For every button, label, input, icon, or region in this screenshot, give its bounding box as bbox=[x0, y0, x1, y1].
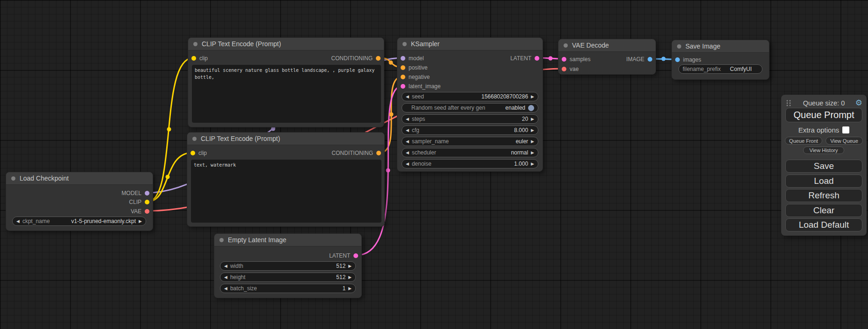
node-save-image[interactable]: Save Image images filename_prefix ComfyU… bbox=[671, 40, 769, 80]
node-ksampler[interactable]: KSampler model positive negative latent_… bbox=[397, 37, 543, 172]
port-dot-image[interactable] bbox=[675, 57, 680, 62]
input-port-negative[interactable]: negative bbox=[397, 73, 430, 81]
node-title-bar[interactable]: KSampler bbox=[397, 38, 543, 50]
port-dot-vae[interactable] bbox=[145, 209, 149, 214]
increment-arrow-icon[interactable]: ▶ bbox=[531, 115, 534, 123]
node-empty-latent-image[interactable]: Empty Latent Image LATENT ◀ width 512 ▶ … bbox=[214, 233, 362, 298]
node-title-bar[interactable]: Empty Latent Image bbox=[214, 234, 361, 246]
collapse-dot-icon[interactable] bbox=[11, 176, 15, 181]
output-port-model[interactable]: MODEL bbox=[121, 189, 153, 197]
increment-arrow-icon[interactable]: ▶ bbox=[531, 137, 534, 146]
input-port-model[interactable]: model bbox=[397, 55, 424, 62]
view-history-button[interactable]: View History bbox=[803, 147, 844, 154]
node-graph-canvas[interactable]: Load Checkpoint MODEL CLIP VAE ◀ ckpt_na… bbox=[0, 0, 868, 329]
view-queue-button[interactable]: View Queue bbox=[826, 137, 863, 145]
output-port-conditioning[interactable]: CONDITIONING bbox=[332, 149, 384, 157]
port-dot-conditioning[interactable] bbox=[401, 75, 405, 79]
widget-scheduler[interactable]: ◀ scheduler normal ▶ bbox=[402, 148, 538, 157]
collapse-dot-icon[interactable] bbox=[564, 43, 568, 48]
widget-filename-prefix[interactable]: filename_prefix ComfyUI bbox=[678, 64, 762, 74]
collapse-dot-icon[interactable] bbox=[219, 238, 224, 242]
increment-arrow-icon[interactable]: ▶ bbox=[348, 284, 352, 293]
port-dot-latent[interactable] bbox=[401, 84, 405, 89]
widget-cfg[interactable]: ◀ cfg 8.000 ▶ bbox=[402, 126, 538, 135]
increment-arrow-icon[interactable]: ▶ bbox=[139, 217, 142, 225]
collapse-dot-icon[interactable] bbox=[677, 44, 681, 49]
queue-prompt-button[interactable]: Queue Prompt bbox=[785, 108, 862, 122]
output-port-conditioning[interactable]: CONDITIONING bbox=[331, 55, 384, 62]
port-dot-vae[interactable] bbox=[562, 67, 566, 71]
widget-sampler-name[interactable]: ◀ sampler_name euler ▶ bbox=[402, 137, 538, 146]
port-dot-latent[interactable] bbox=[562, 57, 566, 62]
input-port-clip[interactable]: clip bbox=[187, 149, 207, 157]
widget-batch-size[interactable]: ◀ batch_size 1 ▶ bbox=[220, 284, 356, 293]
node-title-bar[interactable]: CLIP Text Encode (Prompt) bbox=[188, 38, 384, 50]
node-title-bar[interactable]: CLIP Text Encode (Prompt) bbox=[187, 133, 384, 145]
input-port-positive[interactable]: positive bbox=[397, 64, 428, 71]
port-dot-latent[interactable] bbox=[353, 253, 358, 258]
increment-arrow-icon[interactable]: ▶ bbox=[531, 148, 534, 157]
save-button[interactable]: Save bbox=[785, 160, 862, 173]
prompt-textarea[interactable]: text, watermark bbox=[191, 160, 381, 223]
decrement-arrow-icon[interactable]: ◀ bbox=[16, 217, 20, 225]
port-dot-clip[interactable] bbox=[191, 56, 196, 61]
collapse-dot-icon[interactable] bbox=[402, 42, 407, 46]
load-default-button[interactable]: Load Default bbox=[785, 218, 862, 231]
queue-front-button[interactable]: Queue Front bbox=[785, 137, 822, 145]
decrement-arrow-icon[interactable]: ◀ bbox=[406, 148, 409, 157]
input-port-clip[interactable]: clip bbox=[188, 55, 208, 62]
port-dot-conditioning[interactable] bbox=[376, 151, 381, 155]
increment-arrow-icon[interactable]: ▶ bbox=[531, 126, 534, 134]
widget-random-seed[interactable]: Random seed after every gen enabled bbox=[402, 103, 538, 112]
decrement-arrow-icon[interactable]: ◀ bbox=[406, 160, 409, 168]
port-dot-conditioning[interactable] bbox=[376, 56, 381, 61]
output-port-clip[interactable]: CLIP bbox=[129, 198, 153, 206]
toggle-enabled-icon[interactable] bbox=[528, 105, 534, 111]
widget-steps[interactable]: ◀ steps 20 ▶ bbox=[402, 114, 538, 124]
port-dot-model[interactable] bbox=[401, 56, 405, 61]
refresh-button[interactable]: Refresh bbox=[785, 189, 862, 202]
increment-arrow-icon[interactable]: ▶ bbox=[531, 92, 534, 101]
widget-width[interactable]: ◀ width 512 ▶ bbox=[220, 261, 356, 271]
decrement-arrow-icon[interactable]: ◀ bbox=[224, 284, 227, 293]
collapse-dot-icon[interactable] bbox=[192, 137, 197, 141]
queue-panel[interactable]: Queue size: 0 ⚙ Queue Prompt Extra optio… bbox=[781, 95, 867, 236]
widget-ckpt-name[interactable]: ◀ ckpt_name v1-5-pruned-emaonly.ckpt ▶ bbox=[12, 217, 146, 226]
widget-seed[interactable]: ◀ seed 156680208700286 ▶ bbox=[402, 92, 538, 101]
load-button[interactable]: Load bbox=[785, 175, 862, 188]
node-clip-text-encode-negative[interactable]: CLIP Text Encode (Prompt) clip CONDITION… bbox=[187, 132, 385, 227]
extra-options-checkbox[interactable] bbox=[842, 126, 849, 133]
port-dot-latent[interactable] bbox=[535, 56, 539, 61]
decrement-arrow-icon[interactable]: ◀ bbox=[406, 115, 409, 123]
decrement-arrow-icon[interactable]: ◀ bbox=[224, 262, 227, 270]
node-title-bar[interactable]: VAE Decode bbox=[558, 39, 656, 52]
output-port-image[interactable]: IMAGE bbox=[626, 56, 656, 63]
clear-button[interactable]: Clear bbox=[785, 204, 862, 217]
widget-height[interactable]: ◀ height 512 ▶ bbox=[220, 273, 356, 282]
collapse-dot-icon[interactable] bbox=[193, 42, 198, 46]
prompt-textarea[interactable]: beautiful scenery nature glass bottle la… bbox=[192, 65, 381, 123]
output-port-latent[interactable]: LATENT bbox=[329, 252, 361, 259]
port-dot-model[interactable] bbox=[145, 191, 149, 196]
input-port-samples[interactable]: samples bbox=[558, 56, 591, 63]
port-dot-conditioning[interactable] bbox=[401, 65, 405, 70]
node-load-checkpoint[interactable]: Load Checkpoint MODEL CLIP VAE ◀ ckpt_na… bbox=[6, 172, 153, 231]
output-port-latent[interactable]: LATENT bbox=[510, 55, 543, 62]
input-port-vae[interactable]: vae bbox=[558, 65, 579, 73]
drag-handle-icon[interactable] bbox=[786, 100, 791, 106]
input-port-images[interactable]: images bbox=[672, 56, 701, 63]
output-port-vae[interactable]: VAE bbox=[131, 208, 153, 215]
increment-arrow-icon[interactable]: ▶ bbox=[348, 262, 352, 270]
widget-denoise[interactable]: ◀ denoise 1.000 ▶ bbox=[402, 159, 538, 168]
increment-arrow-icon[interactable]: ▶ bbox=[531, 160, 534, 168]
node-vae-decode[interactable]: VAE Decode samples vae IMAGE bbox=[558, 39, 656, 75]
node-title-bar[interactable]: Load Checkpoint bbox=[6, 172, 153, 185]
port-dot-clip[interactable] bbox=[145, 200, 149, 204]
increment-arrow-icon[interactable]: ▶ bbox=[348, 273, 352, 281]
port-dot-clip[interactable] bbox=[191, 151, 195, 155]
port-dot-image[interactable] bbox=[648, 57, 652, 62]
decrement-arrow-icon[interactable]: ◀ bbox=[406, 137, 409, 146]
gear-icon[interactable]: ⚙ bbox=[855, 98, 862, 108]
decrement-arrow-icon[interactable]: ◀ bbox=[406, 92, 409, 101]
decrement-arrow-icon[interactable]: ◀ bbox=[224, 273, 227, 281]
